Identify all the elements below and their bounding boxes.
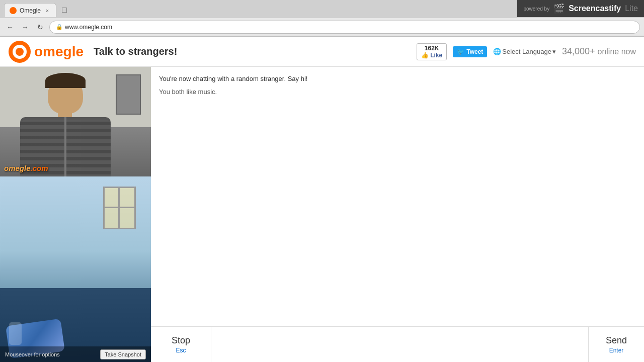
twitter-icon: 🐦 bbox=[457, 48, 464, 55]
site-header: omegle Talk to strangers! 162K 👍 Like 🐦 … bbox=[0, 37, 644, 67]
fb-like-label: Like bbox=[430, 52, 442, 59]
take-snapshot-button[interactable]: Take Snapshot bbox=[100, 349, 146, 359]
fb-count: 162K bbox=[425, 45, 439, 52]
select-language-widget[interactable]: 🌐 Select Language ▾ bbox=[493, 48, 556, 55]
fb-like-button[interactable]: 👍 Like bbox=[421, 52, 442, 59]
page: omegle Talk to strangers! 162K 👍 Like 🐦 … bbox=[0, 37, 644, 362]
right-panel: You're now chatting with a random strang… bbox=[151, 67, 644, 362]
screencastify-powered: powered by bbox=[523, 6, 549, 12]
logo-area: omegle bbox=[8, 40, 84, 63]
send-button[interactable]: Send Enter bbox=[589, 327, 644, 362]
video-watermark: omegle.com bbox=[4, 164, 48, 172]
browser-tab[interactable]: Omegle × bbox=[4, 3, 56, 17]
chat-textarea-wrap bbox=[211, 327, 589, 362]
lock-icon: 🔒 bbox=[56, 24, 63, 30]
watermark-tld: .com bbox=[31, 164, 48, 172]
url-text: www.omegle.com bbox=[65, 24, 112, 31]
online-now-label: online now bbox=[598, 47, 636, 56]
screencastify-title: Screencastify bbox=[569, 4, 621, 13]
select-language-label: Select Language bbox=[502, 48, 551, 55]
watermark-text: omegle bbox=[4, 164, 31, 172]
send-button-hint: Enter bbox=[609, 347, 624, 354]
screencastify-film-icon: 🎬 bbox=[553, 3, 565, 14]
stop-button[interactable]: Stop Esc bbox=[151, 327, 211, 362]
tab-favicon bbox=[10, 7, 17, 14]
video-overlay: Mouseover for options Take Snapshot bbox=[0, 346, 151, 362]
forward-button[interactable]: → bbox=[19, 21, 31, 33]
stranger-video-feed bbox=[0, 67, 151, 176]
stop-button-label: Stop bbox=[172, 335, 190, 346]
chat-messages: You're now chatting with a random strang… bbox=[151, 67, 644, 326]
omegle-logo-icon bbox=[8, 40, 31, 63]
tab-close-button[interactable]: × bbox=[44, 7, 51, 14]
nav-bar: ← → ↻ 🔒 www.omegle.com bbox=[0, 18, 644, 36]
online-count-number: 34,000+ bbox=[562, 46, 595, 56]
tagline: Talk to strangers! bbox=[94, 46, 177, 57]
tab-label: Omegle bbox=[20, 7, 41, 14]
address-bar[interactable]: 🔒 www.omegle.com bbox=[49, 21, 640, 34]
refresh-button[interactable]: ↻ bbox=[34, 21, 46, 33]
screencastify-lite: Lite bbox=[625, 4, 638, 13]
chat-status-message: You're now chatting with a random strang… bbox=[159, 74, 636, 84]
stranger-video: omegle.com bbox=[0, 67, 151, 176]
stop-button-hint: Esc bbox=[176, 347, 186, 354]
new-tab-button[interactable]: □ bbox=[58, 4, 70, 16]
svg-point-2 bbox=[16, 48, 24, 56]
logo-text: omegle bbox=[34, 44, 84, 60]
thumbs-up-icon: 👍 bbox=[421, 52, 429, 59]
facebook-like-widget[interactable]: 162K 👍 Like bbox=[417, 43, 447, 60]
screencastify-banner: powered by 🎬 Screencastify Lite bbox=[517, 0, 644, 17]
chat-input-bar: Stop Esc Send Enter bbox=[151, 326, 644, 362]
self-video: Mouseover for options Take Snapshot bbox=[0, 176, 151, 362]
main-content: omegle.com bbox=[0, 67, 644, 362]
tweet-label: Tweet bbox=[466, 48, 483, 55]
tweet-button[interactable]: 🐦 Tweet bbox=[453, 46, 487, 57]
back-button[interactable]: ← bbox=[4, 21, 16, 33]
self-video-feed bbox=[0, 176, 151, 362]
globe-icon: 🌐 bbox=[493, 48, 501, 55]
chat-interest-message: You both like music. bbox=[159, 87, 636, 97]
chat-input[interactable] bbox=[211, 327, 589, 362]
chevron-down-icon: ▾ bbox=[552, 48, 556, 55]
header-right: 162K 👍 Like 🐦 Tweet 🌐 Select Language ▾ … bbox=[417, 43, 636, 60]
mouseover-text: Mouseover for options bbox=[5, 351, 60, 357]
send-button-label: Send bbox=[606, 335, 627, 346]
left-panel: omegle.com bbox=[0, 67, 151, 362]
online-count: 34,000+ online now bbox=[562, 46, 636, 57]
